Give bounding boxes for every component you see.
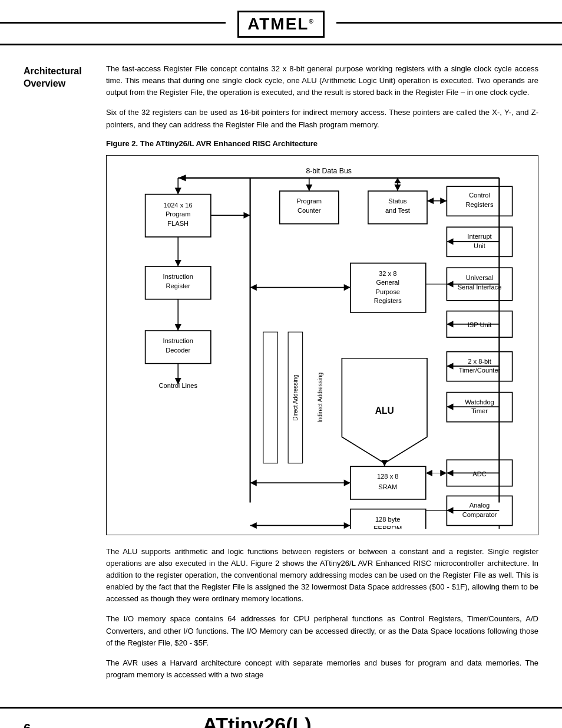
svg-text:Interrupt: Interrupt	[467, 233, 491, 240]
paragraph-1: The fast-access Register File concept co…	[106, 63, 538, 98]
svg-marker-95	[426, 470, 432, 476]
svg-text:1024 x 16: 1024 x 16	[164, 202, 193, 209]
left-column: Architectural Overview	[24, 63, 106, 689]
data-bus-label: 8-bit Data Bus	[306, 167, 351, 175]
svg-text:Instruction: Instruction	[163, 337, 193, 344]
footer: 6 ATtiny26(L) 1477B–AVR–04/02	[0, 707, 562, 728]
paragraph-2: Six of the 32 registers can be used as 1…	[106, 107, 538, 130]
svg-text:128 byte: 128 byte	[375, 515, 401, 522]
svg-text:Watchdog: Watchdog	[465, 398, 494, 405]
svg-marker-45	[344, 284, 351, 291]
svg-marker-72	[447, 363, 453, 369]
svg-marker-56	[447, 321, 453, 327]
svg-marker-51	[447, 281, 453, 287]
logo-container: ATMEL®	[226, 11, 336, 38]
right-column: The fast-access Register File concept co…	[106, 63, 538, 689]
svg-marker-101	[250, 522, 257, 529]
svg-text:ISP Unit: ISP Unit	[468, 321, 492, 328]
svg-rect-81	[351, 466, 426, 499]
svg-marker-94	[440, 470, 447, 476]
svg-text:ALU: ALU	[375, 406, 394, 416]
main-content: Architectural Overview The fast-access R…	[0, 45, 562, 701]
svg-marker-1	[178, 174, 186, 181]
svg-text:ADC: ADC	[472, 470, 486, 477]
svg-marker-9	[244, 212, 250, 218]
svg-text:Universal: Universal	[466, 274, 493, 281]
diagram-svg: 8-bit Data Bus 1024 x 16 Program FLASH	[113, 162, 532, 529]
svg-marker-61	[175, 324, 181, 331]
section-title: Architectural Overview	[24, 65, 94, 90]
svg-text:Timer: Timer	[471, 407, 488, 414]
svg-text:Program: Program	[296, 197, 322, 205]
svg-text:2 x 8-bit: 2 x 8-bit	[468, 357, 491, 364]
svg-marker-106	[447, 507, 453, 513]
header: ATMEL®	[0, 0, 562, 45]
svg-marker-22	[394, 178, 401, 183]
svg-marker-46	[250, 284, 257, 291]
logo-text: ATMEL	[247, 15, 309, 33]
svg-text:Timer/Counter: Timer/Counter	[459, 367, 501, 374]
svg-text:Status: Status	[388, 197, 407, 205]
figure-caption: Figure 2. The ATtiny26/L AVR Enhanced RI…	[106, 139, 538, 148]
svg-rect-63	[263, 332, 277, 463]
svg-marker-85	[381, 460, 388, 466]
paragraph-4: The I/O memory space contains 64 address…	[106, 613, 538, 648]
atmel-logo: ATMEL®	[237, 11, 325, 38]
svg-text:128 x 8: 128 x 8	[377, 473, 398, 480]
svg-marker-11	[175, 187, 181, 194]
svg-marker-100	[344, 522, 351, 529]
svg-marker-33	[447, 238, 453, 245]
svg-text:Purpose: Purpose	[376, 288, 400, 295]
svg-text:Comparator: Comparator	[462, 511, 497, 518]
svg-marker-77	[447, 403, 453, 410]
svg-text:General: General	[376, 279, 399, 286]
svg-text:EEPROM: EEPROM	[373, 525, 402, 529]
svg-text:SRAM: SRAM	[378, 483, 397, 490]
architecture-diagram: 8-bit Data Bus 1024 x 16 Program FLASH	[106, 155, 538, 535]
svg-text:and Test: and Test	[385, 206, 410, 213]
svg-text:Counter: Counter	[297, 206, 321, 213]
paragraph-5: The AVR uses a Harvard architecture conc…	[106, 657, 538, 681]
product-title: ATtiny26(L)	[203, 713, 311, 728]
svg-marker-21	[394, 185, 401, 191]
svg-text:32 x 8: 32 x 8	[379, 269, 396, 276]
svg-text:Analog: Analog	[470, 502, 490, 509]
svg-text:Instruction: Instruction	[163, 273, 193, 280]
svg-text:Program: Program	[166, 210, 191, 218]
svg-text:Indirect Addressing: Indirect Addressing	[317, 373, 323, 423]
svg-marker-27	[440, 197, 447, 204]
svg-marker-87	[344, 479, 351, 486]
svg-marker-28	[427, 197, 434, 204]
svg-text:Direct Addressing: Direct Addressing	[292, 374, 299, 420]
svg-marker-92	[447, 470, 453, 476]
svg-marker-38	[175, 260, 181, 266]
svg-marker-88	[250, 479, 257, 486]
svg-text:Registers: Registers	[374, 297, 402, 304]
svg-text:FLASH: FLASH	[167, 220, 189, 227]
page-number: 6	[24, 721, 31, 728]
svg-text:Unit: Unit	[474, 242, 485, 249]
paragraph-3: The ALU supports arithmetic and logic fu…	[106, 546, 538, 605]
svg-marker-16	[306, 185, 312, 191]
svg-text:Decoder: Decoder	[166, 346, 190, 353]
svg-text:Register: Register	[166, 282, 191, 289]
page: ATMEL® Architectural Overview The fast-a…	[0, 0, 562, 728]
svg-text:Control: Control	[469, 192, 490, 199]
svg-text:Registers: Registers	[466, 200, 494, 207]
registered-mark: ®	[309, 18, 314, 25]
